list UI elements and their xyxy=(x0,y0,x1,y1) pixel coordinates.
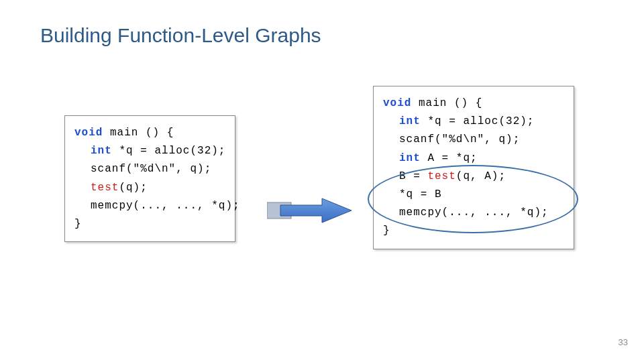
call-test: test xyxy=(91,182,119,194)
code-line: scanf("%d\n", q); xyxy=(74,160,225,178)
code-text: main () { xyxy=(103,127,174,139)
keyword-int: int xyxy=(399,115,421,127)
svg-marker-1 xyxy=(280,198,352,223)
highlight-ellipse xyxy=(368,165,578,233)
code-line: } xyxy=(74,215,225,233)
keyword-void: void xyxy=(74,127,103,139)
code-text: *q = alloc(32); xyxy=(421,115,535,127)
code-text: *q = alloc(32); xyxy=(112,145,226,157)
slide-title: Building Function-Level Graphs xyxy=(40,24,321,47)
code-line: test(q); xyxy=(74,179,225,197)
code-text: (q); xyxy=(119,182,147,194)
code-line: int *q = alloc(32); xyxy=(383,113,564,131)
arrow-icon xyxy=(267,197,354,224)
code-line: void main () { xyxy=(383,95,564,113)
code-line: void main () { xyxy=(74,124,225,142)
code-box-original: void main () { int *q = alloc(32); scanf… xyxy=(64,115,235,242)
code-text: main () { xyxy=(411,97,482,109)
code-line: int *q = alloc(32); xyxy=(74,142,225,160)
keyword-int: int xyxy=(91,145,112,157)
code-line: memcpy(..., ..., *q); xyxy=(74,197,225,215)
code-line: scanf("%d\n", q); xyxy=(383,131,564,149)
page-number: 33 xyxy=(619,337,628,347)
keyword-int: int xyxy=(399,152,421,164)
keyword-void: void xyxy=(383,97,411,109)
code-text: A = *q; xyxy=(421,152,478,164)
